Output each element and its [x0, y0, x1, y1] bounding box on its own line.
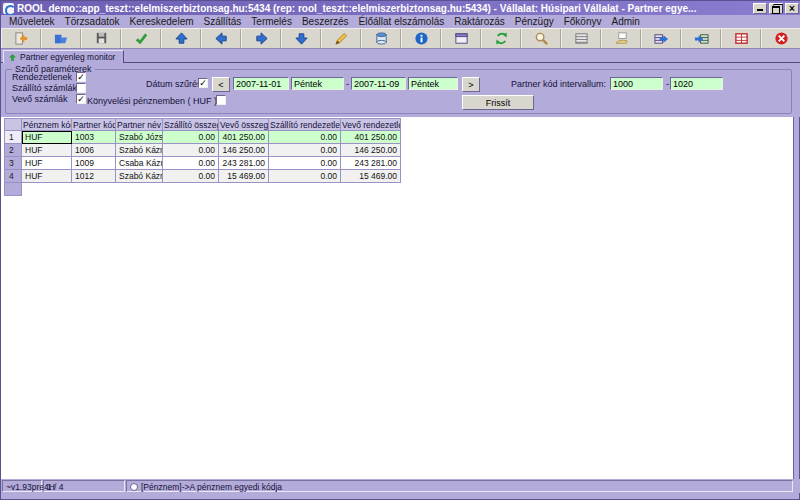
grid-cell[interactable]: 15 469.00	[219, 170, 269, 183]
menu-item-rakt-roz-s[interactable]: Raktározás	[449, 16, 510, 27]
grid-red-button[interactable]	[721, 29, 761, 48]
menu-item-p-nz-gy[interactable]: Pénzügy	[510, 16, 559, 27]
prev-record-button[interactable]	[201, 29, 241, 48]
date-prev-button[interactable]: <	[212, 77, 230, 92]
checkbox-sz-ll-t-sz-ml-k[interactable]	[76, 83, 86, 93]
grid-cell[interactable]: 0.00	[269, 144, 341, 157]
window-icon	[454, 31, 469, 46]
tab-partner-egyenleg-monitor[interactable]: Partner egyenleg monitor	[3, 50, 124, 63]
accounting-currency-checkbox[interactable]	[216, 95, 226, 105]
grid-cell[interactable]: HUF	[22, 157, 72, 170]
grid-cell[interactable]: Csaba Kázmér	[116, 157, 163, 170]
table-row[interactable]: 3HUF1009Csaba Kázmér0.00243 281.000.0024…	[4, 157, 401, 170]
partner-code-from-input[interactable]	[610, 77, 663, 90]
date-next-button[interactable]: >	[462, 77, 480, 92]
database-button[interactable]	[361, 29, 401, 48]
row-number-cell[interactable]: 2	[4, 144, 22, 157]
edit-button[interactable]	[321, 29, 361, 48]
menu-item-kereskedelem[interactable]: Kereskedelem	[125, 16, 199, 27]
column-header-sz-ll-t-sszeg[interactable]: Szállító összeg	[163, 118, 219, 131]
grid-cell[interactable]: 0.00	[269, 131, 341, 144]
date-from-input[interactable]	[233, 77, 289, 90]
grid-cell[interactable]: 243 281.00	[219, 157, 269, 170]
close-button[interactable]: ×	[785, 3, 799, 14]
grid-cell[interactable]: 243 281.00	[341, 157, 401, 170]
grid-cell[interactable]: 0.00	[163, 157, 219, 170]
menu-item-admin[interactable]: Admin	[607, 16, 645, 27]
day-to-input[interactable]	[408, 77, 458, 90]
menu-item--l-llat-elsz-mol-s[interactable]: Élőállat elszámolás	[354, 16, 450, 27]
export-grid-button[interactable]	[641, 29, 681, 48]
search-button[interactable]	[521, 29, 561, 48]
grid-cell[interactable]: 0.00	[269, 157, 341, 170]
minimize-button[interactable]	[753, 3, 767, 14]
row-number-cell[interactable]: 3	[4, 157, 22, 170]
menu-item-f-k-nyv[interactable]: Főkönyv	[559, 16, 607, 27]
menu-item-sz-ll-t-s[interactable]: Szállítás	[199, 16, 247, 27]
append-row-cell[interactable]	[4, 183, 22, 196]
grid-cell[interactable]: 15 469.00	[341, 170, 401, 183]
content-area: Pénznem kódPartner kódPartner névSzállít…	[1, 117, 794, 479]
column-header-p-nznem-k-d[interactable]: Pénznem kód	[22, 118, 72, 131]
menu-item-t-rzsadatok[interactable]: Törzsadatok	[60, 16, 125, 27]
table-row[interactable]: 2HUF1006Szabó Kázmér0.00146 250.000.0014…	[4, 144, 401, 157]
row-number-cell[interactable]: 1	[4, 131, 22, 144]
column-header-partner-k-d[interactable]: Partner kód	[72, 118, 116, 131]
cancel-icon	[774, 31, 789, 46]
exit-button[interactable]	[1, 29, 41, 48]
grid-cell[interactable]: HUF	[22, 170, 72, 183]
restore-button[interactable]	[769, 3, 783, 14]
date-to-input[interactable]	[351, 77, 406, 90]
grid-corner-cell[interactable]	[4, 118, 22, 131]
grid-cell[interactable]: 1012	[72, 170, 116, 183]
form-window-button[interactable]	[441, 29, 481, 48]
grid-cell[interactable]: Szabó Kázmér	[116, 170, 163, 183]
grid-cell[interactable]: 0.00	[163, 170, 219, 183]
grid-cell[interactable]: 401 250.00	[219, 131, 269, 144]
open-button[interactable]	[41, 29, 81, 48]
grid-view-button[interactable]	[561, 29, 601, 48]
grid-cell[interactable]: 146 250.00	[341, 144, 401, 157]
checkbox-rendezetlenek[interactable]: ✓	[76, 72, 86, 82]
grid-cell[interactable]: 1009	[72, 157, 116, 170]
commit-button[interactable]	[121, 29, 161, 48]
refresh-button[interactable]: Frissít	[462, 95, 534, 110]
import-grid-button[interactable]	[681, 29, 721, 48]
column-header-partner-n-v[interactable]: Partner név	[116, 118, 163, 131]
grid-cell[interactable]: Szabó József	[116, 131, 163, 144]
grid-cell[interactable]: 0.00	[163, 144, 219, 157]
grid-cell[interactable]: Szabó Kázmér	[116, 144, 163, 157]
checkbox-vev-sz-ml-k[interactable]: ✓	[76, 94, 86, 104]
column-header-vev-sszeg[interactable]: Vevő összeg	[219, 118, 269, 131]
grid-cell[interactable]: 146 250.00	[219, 144, 269, 157]
last-record-button[interactable]	[281, 29, 321, 48]
day-from-input[interactable]	[291, 77, 344, 90]
grid-cell[interactable]: 401 250.00	[341, 131, 401, 144]
grid-cell[interactable]: 0.00	[269, 170, 341, 183]
column-header-vev-rendezetlen[interactable]: Vevő rendezetlen	[341, 118, 401, 131]
menu-item-m-veletek[interactable]: Műveletek	[4, 16, 60, 27]
grid-cell[interactable]: 1003	[72, 131, 116, 144]
grid-cell[interactable]: HUF	[22, 131, 72, 144]
tab-icon	[8, 53, 17, 62]
row-number-cell[interactable]: 4	[4, 170, 22, 183]
send-report-button[interactable]	[601, 29, 641, 48]
grid-cell[interactable]: 0.00	[163, 131, 219, 144]
first-record-button[interactable]	[161, 29, 201, 48]
refresh-button[interactable]	[481, 29, 521, 48]
save-button[interactable]	[81, 29, 121, 48]
menu-item-termel-s[interactable]: Termelés	[246, 16, 297, 27]
hint-radio-icon[interactable]	[130, 483, 138, 491]
next-record-button[interactable]	[241, 29, 281, 48]
grid-cell[interactable]: HUF	[22, 144, 72, 157]
table-row[interactable]: 1HUF1003Szabó József0.00401 250.000.0040…	[4, 131, 401, 144]
menu-item-beszerz-s[interactable]: Beszerzés	[297, 16, 354, 27]
info-button[interactable]	[401, 29, 441, 48]
grid-cell[interactable]: 1006	[72, 144, 116, 157]
column-header-sz-ll-t-rendezetlen[interactable]: Szállító rendezetlen	[269, 118, 341, 131]
cancel-button[interactable]	[761, 29, 800, 48]
date-filter-checkbox[interactable]: ✓	[198, 78, 208, 88]
table-row[interactable]: 4HUF1012Szabó Kázmér0.0015 469.000.0015 …	[4, 170, 401, 183]
save-icon	[94, 31, 109, 46]
partner-code-to-input[interactable]	[670, 77, 723, 90]
